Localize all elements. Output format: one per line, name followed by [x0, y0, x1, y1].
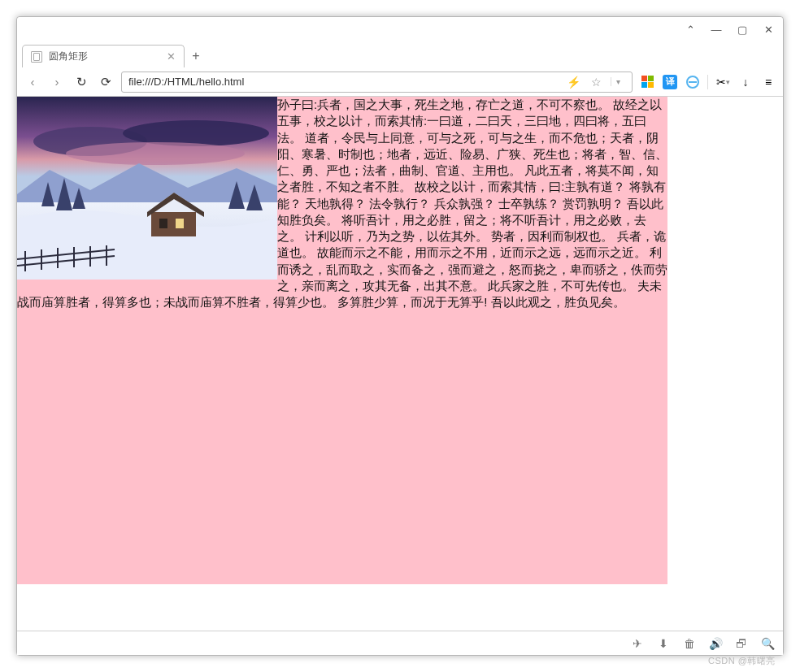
translate-icon: 译 — [663, 75, 677, 89]
watermark: CSDN @韩曙亮 — [708, 655, 776, 667]
tab-strip: 圆角矩形 ✕ + — [17, 41, 783, 67]
reload-icon: ↻ — [76, 75, 87, 89]
reload-button[interactable]: ↻ — [72, 73, 90, 91]
tab-active[interactable]: 圆角矩形 ✕ — [22, 45, 185, 67]
trash-button[interactable]: 🗑 — [682, 636, 697, 651]
download-arrow-icon: ⬇ — [659, 637, 668, 650]
maximize-icon: ▢ — [737, 24, 747, 36]
translate-button[interactable]: 译 — [662, 74, 678, 90]
floated-image — [17, 97, 277, 280]
menu-button[interactable]: ≡ — [760, 74, 776, 90]
address-bar[interactable]: ⚡ ☆ ▾ — [121, 72, 633, 93]
tab-close-button[interactable]: ✕ — [167, 50, 176, 63]
svg-point-3 — [66, 142, 245, 165]
scissors-icon: ✂ — [716, 76, 726, 89]
downloads-button[interactable]: ⬇ — [656, 636, 671, 651]
svg-rect-11 — [151, 210, 196, 236]
zoom-button[interactable]: 🔍 — [760, 636, 775, 651]
browser-window: ⌃ — ▢ ✕ 圆角矩形 ✕ + ‹ › ↻ ⟳ ⚡ ☆ ▾ 译 — [16, 16, 784, 656]
flash-icon[interactable]: ⚡ — [565, 74, 581, 90]
magnifier-icon: 🔍 — [761, 637, 775, 650]
speaker-icon: 🔊 — [709, 637, 723, 650]
back-button[interactable]: ‹ — [24, 73, 41, 91]
sound-button[interactable]: 🔊 — [708, 636, 723, 651]
minimize-icon: — — [711, 24, 722, 36]
chevron-left-icon: ‹ — [31, 75, 35, 89]
rocket-icon: ✈ — [633, 637, 642, 650]
microsoft-logo-icon[interactable] — [639, 74, 655, 90]
restore-button[interactable]: 🗗 — [734, 636, 749, 651]
url-input[interactable] — [128, 76, 565, 88]
hamburger-icon: ≡ — [765, 76, 772, 89]
address-bar-row: ‹ › ↻ ⟳ ⚡ ☆ ▾ 译 ✂▾ ↓ ≡ — [17, 67, 783, 97]
tab-title: 圆角矩形 — [49, 50, 88, 63]
status-bar: ✈ ⬇ 🗑 🔊 🗗 🔍 — [17, 631, 783, 655]
page-viewport[interactable]: 孙子曰:兵者，国之大事，死生之地，存亡之道，不可不察也。 故经之以五事，校之以计… — [17, 97, 783, 631]
chevron-right-icon: › — [55, 75, 59, 89]
home-button[interactable]: ⟳ — [97, 73, 115, 91]
collapse-icon: ⌃ — [686, 24, 695, 36]
plus-icon: + — [192, 49, 199, 63]
collapse-button[interactable]: ⌃ — [682, 21, 698, 37]
screenshot-button[interactable]: ✂▾ — [715, 74, 731, 90]
bookmark-star-icon[interactable]: ☆ — [588, 74, 604, 90]
maximize-button[interactable]: ▢ — [734, 21, 750, 37]
block-icon — [686, 76, 699, 89]
adblock-button[interactable] — [685, 74, 701, 90]
winter-landscape-image — [17, 97, 277, 280]
download-icon: ↓ — [743, 76, 749, 89]
trash-icon: 🗑 — [684, 637, 695, 650]
window-titlebar: ⌃ — ▢ ✕ — [17, 17, 783, 41]
svg-rect-15 — [176, 219, 184, 228]
address-bar-right-icons: ⚡ ☆ ▾ — [565, 74, 625, 90]
close-window-button[interactable]: ✕ — [760, 21, 776, 37]
download-button[interactable]: ↓ — [737, 74, 754, 90]
close-icon: ✕ — [764, 24, 773, 36]
svg-rect-14 — [159, 219, 167, 228]
minimize-button[interactable]: — — [708, 21, 724, 37]
page-body: 孙子曰:兵者，国之大事，死生之地，存亡之道，不可不察也。 故经之以五事，校之以计… — [17, 97, 667, 584]
separator — [707, 75, 708, 89]
url-dropdown[interactable]: ▾ — [611, 77, 625, 86]
accelerator-button[interactable]: ✈ — [630, 636, 645, 651]
page-icon — [31, 51, 42, 63]
new-tab-button[interactable]: + — [185, 45, 207, 67]
home-icon: ⟳ — [101, 75, 111, 89]
forward-button[interactable]: › — [48, 73, 66, 91]
restore-icon: 🗗 — [736, 637, 747, 650]
